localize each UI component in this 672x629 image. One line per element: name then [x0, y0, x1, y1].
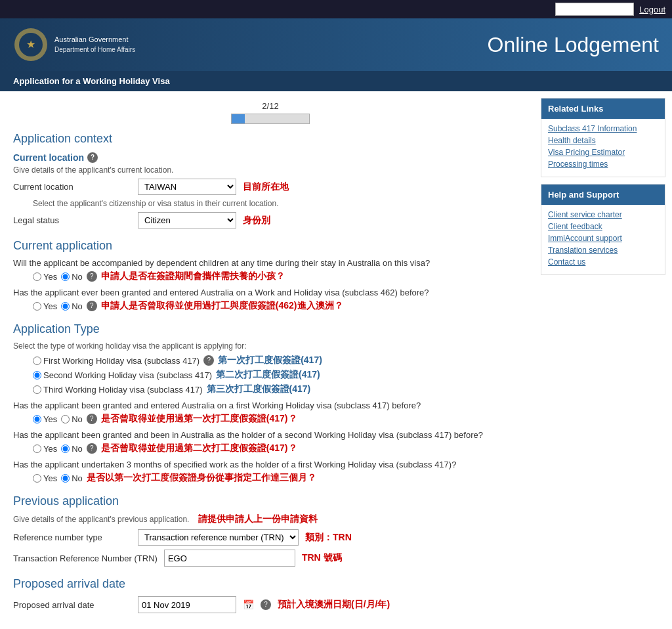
header-logo: ★ Australian Government Department of Ho… [13, 27, 135, 63]
help-link-1[interactable]: Client feedback [548, 222, 658, 231]
current-location-hint: Give details of the applicant's current … [13, 165, 528, 175]
q4-yes-radio[interactable] [33, 445, 41, 453]
q2-yes-radio[interactable] [33, 302, 41, 311]
header-title: Online Lodgement [487, 33, 659, 57]
q3-no-radio[interactable] [61, 415, 70, 423]
q5-yes-label[interactable]: Yes [33, 473, 57, 483]
svg-text:★: ★ [26, 39, 35, 50]
content-area: 2/12 Application context Current locatio… [0, 91, 541, 629]
q3-help-icon[interactable]: ? [87, 414, 97, 424]
previous-application-section: Previous application Give details of the… [13, 494, 528, 567]
arrival-date-field-row: Proposed arrival date 📅 ? 預計入境澳洲日期(日/月/年… [13, 596, 528, 613]
current-location-annotation: 目前所在地 [243, 181, 289, 193]
related-links-list: Subclass 417 Information Health details … [541, 119, 665, 177]
current-location-field-row: Current location TAIWAN 目前所在地 [13, 179, 528, 195]
question1-row: Will the applicant be accompanied by dep… [13, 258, 528, 282]
q1-yes-radio[interactable] [33, 272, 41, 281]
q3-yes-radio[interactable] [33, 415, 41, 423]
q4-yes-label[interactable]: Yes [33, 444, 57, 454]
logout-link[interactable]: Logout [639, 5, 665, 14]
q2-no-label[interactable]: No [61, 301, 83, 311]
related-link-3[interactable]: Processing times [548, 160, 658, 169]
visa-opt1-radio[interactable] [33, 357, 41, 365]
top-bar: Logout [0, 0, 672, 18]
q5-no-label[interactable]: No [61, 473, 83, 483]
visa-opt2-radio[interactable] [33, 371, 41, 380]
q5-no-radio[interactable] [61, 474, 70, 483]
trn-input[interactable] [164, 550, 295, 567]
help-link-4[interactable]: Contact us [548, 257, 658, 267]
visa-opt1-label[interactable]: First Working Holiday visa (subclass 417… [33, 356, 200, 366]
q5-yes-radio[interactable] [33, 474, 41, 483]
related-links-title: Related Links [541, 98, 665, 119]
q1-no-label[interactable]: No [61, 272, 83, 282]
top-search-input[interactable] [555, 3, 634, 16]
header-logo-text: Australian Government Department of Home… [54, 35, 135, 54]
ref-type-annotation: 類別：TRN [305, 532, 352, 544]
question3-row: Has the applicant been granted and enter… [13, 401, 528, 425]
visa-opt1-row: First Working Holiday visa (subclass 417… [33, 355, 528, 366]
progress-area: 2/12 [13, 101, 528, 124]
help-link-2[interactable]: ImmiAccount support [548, 234, 658, 243]
current-application-section: Current application Will the applicant b… [13, 239, 528, 312]
arrival-date-label: Proposed arrival date [13, 600, 131, 610]
visa-opt3-label[interactable]: Third Working Holiday visa (subclass 417… [33, 385, 203, 395]
current-location-label: Current location [13, 182, 131, 192]
visa-opt3-row: Third Working Holiday visa (subclass 417… [33, 383, 528, 395]
q2-annotation: 申請人是否曾取得並使用過打工與度假簽證(462)進入澳洲？ [101, 300, 343, 312]
q4-no-label[interactable]: No [61, 444, 83, 454]
visa-opt2-row: Second Working Holiday visa (subclass 41… [33, 369, 528, 381]
visa-opt3-annotation: 第三次打工度假簽證(417) [207, 383, 311, 395]
arrival-date-help-icon[interactable]: ? [261, 599, 271, 610]
current-location-select[interactable]: TAIWAN [138, 179, 236, 195]
q2-no-radio[interactable] [61, 302, 70, 311]
ref-type-label: Reference number type [13, 532, 131, 542]
previous-application-hint-annotation: 請提供申請人上一份申請資料 [198, 513, 318, 524]
help-links-list: Client service charter Client feedback I… [541, 205, 665, 274]
question4-text: Has the applicant been granted and been … [13, 430, 528, 440]
help-link-3[interactable]: Translation services [548, 246, 658, 255]
visa-opt3-radio[interactable] [33, 385, 41, 394]
main-layout: 2/12 Application context Current locatio… [0, 91, 672, 629]
q4-help-icon[interactable]: ? [87, 443, 97, 454]
q1-yes-label[interactable]: Yes [33, 272, 57, 282]
visa-type-options: First Working Holiday visa (subclass 417… [33, 355, 528, 395]
legal-status-select[interactable]: Citizen [138, 212, 236, 228]
trn-annotation: TRN 號碼 [302, 552, 342, 564]
related-link-2[interactable]: Visa Pricing Estimator [548, 148, 658, 157]
visa-opt1-help-icon[interactable]: ? [203, 355, 214, 366]
trn-label: Transaction Reference Number (TRN) [13, 553, 158, 563]
arrival-date-annotation: 預計入境澳洲日期(日/月/年) [278, 599, 390, 611]
arrival-date-input[interactable] [138, 596, 236, 613]
visa-opt2-annotation: 第二次打工度假簽證(417) [216, 369, 320, 381]
application-type-hint: Select the type of working holiday visa … [13, 341, 528, 351]
q4-no-radio[interactable] [61, 445, 70, 453]
q1-help-icon[interactable]: ? [87, 271, 97, 282]
q1-no-radio[interactable] [61, 272, 70, 281]
related-link-0[interactable]: Subclass 417 Information [548, 124, 658, 133]
legal-status-field-row: Legal status Citizen 身份別 [13, 212, 528, 228]
q3-yes-label[interactable]: Yes [33, 414, 57, 424]
related-links-section: Related Links Subclass 417 Information H… [541, 98, 665, 177]
question5-text: Has the applicant undertaken 3 months of… [13, 460, 528, 469]
question2-radio-group: Yes No ? 申請人是否曾取得並使用過打工與度假簽證(462)進入澳洲？ [33, 300, 528, 312]
current-location-help-icon[interactable]: ? [87, 152, 98, 163]
question5-row: Has the applicant undertaken 3 months of… [13, 460, 528, 484]
progress-bar-fill [232, 114, 245, 123]
trn-field-row: Transaction Reference Number (TRN) TRN 號… [13, 550, 528, 567]
coat-of-arms-icon: ★ [13, 27, 49, 63]
citizenship-status-hint: Select the applicant's citizenship or vi… [33, 199, 528, 208]
ref-type-select[interactable]: Transaction reference number (TRN) [138, 529, 299, 546]
q2-yes-label[interactable]: Yes [33, 301, 57, 311]
q2-help-icon[interactable]: ? [87, 301, 97, 311]
visa-opt2-label[interactable]: Second Working Holiday visa (subclass 41… [33, 370, 212, 380]
proposed-arrival-section: Proposed arrival date Proposed arrival d… [13, 577, 528, 613]
sub-header: Application for a Working Holiday Visa [0, 71, 672, 91]
help-link-0[interactable]: Client service charter [548, 210, 658, 219]
calendar-icon[interactable]: 📅 [243, 599, 254, 610]
current-location-title: Current location ? [13, 152, 528, 163]
page-title: Application context [13, 132, 528, 146]
question1-text: Will the applicant be accompanied by dep… [13, 258, 528, 268]
q3-no-label[interactable]: No [61, 414, 83, 424]
related-link-1[interactable]: Health details [548, 136, 658, 145]
